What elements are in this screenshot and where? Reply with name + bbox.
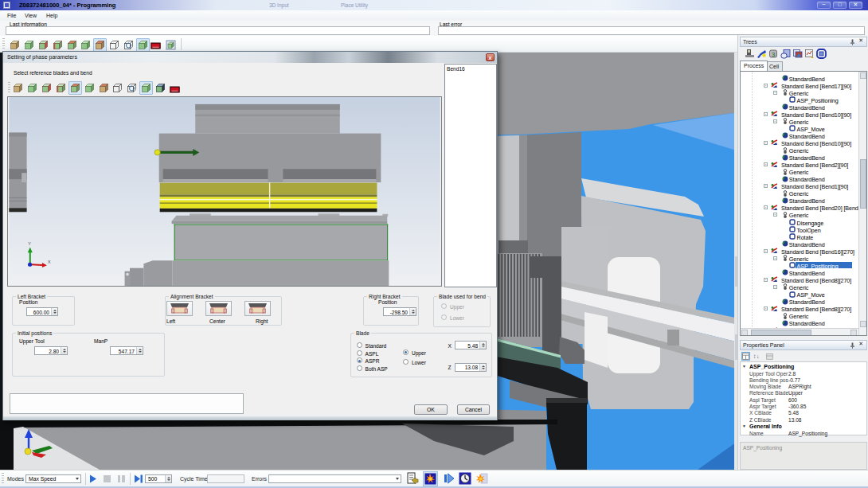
svg-text:3: 3 (772, 51, 776, 58)
svg-text:Y: Y (28, 241, 31, 246)
svg-text:↓: ↓ (757, 353, 759, 359)
svg-text:X: X (48, 260, 51, 264)
svg-text:↕: ↕ (753, 353, 757, 360)
